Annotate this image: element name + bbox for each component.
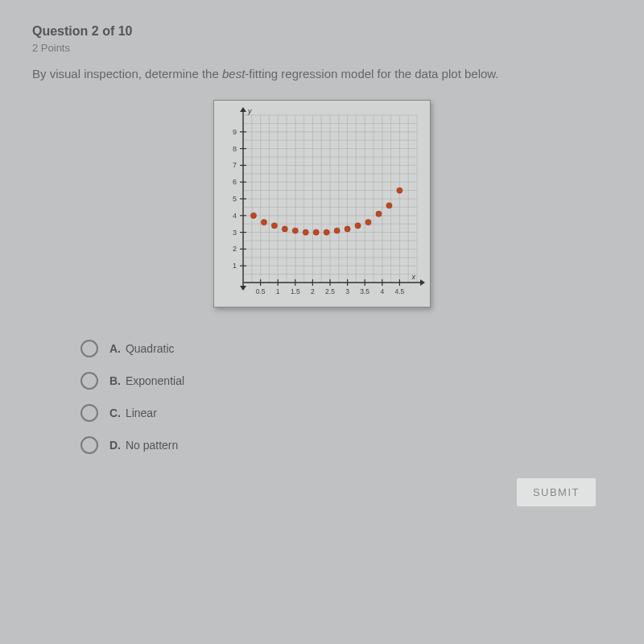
svg-point-93 [324, 229, 329, 235]
option-d[interactable]: D. No pattern [80, 436, 612, 454]
option-label: A. Quadratic [109, 342, 175, 355]
option-letter: A. [109, 342, 121, 355]
option-b[interactable]: B. Exponential [80, 372, 612, 390]
option-letter: C. [109, 407, 121, 419]
svg-text:x: x [411, 273, 416, 281]
question-title: Question 2 of 10 [32, 24, 612, 39]
svg-point-88 [271, 223, 277, 229]
chart-wrap: 1234567890.511.522.533.544.5yx [213, 100, 431, 308]
svg-text:6: 6 [233, 178, 237, 186]
radio-icon[interactable] [80, 436, 98, 454]
svg-text:4.5: 4.5 [394, 287, 404, 295]
option-label: C. Linear [109, 407, 157, 419]
svg-point-98 [376, 211, 382, 217]
radio-icon[interactable] [80, 404, 98, 422]
svg-text:8: 8 [233, 145, 237, 153]
svg-point-95 [345, 226, 350, 232]
svg-point-90 [292, 228, 298, 233]
svg-point-87 [261, 220, 266, 225]
option-text: No pattern [126, 439, 178, 452]
option-text: Linear [126, 407, 157, 419]
svg-point-96 [355, 223, 361, 229]
svg-text:1: 1 [276, 287, 280, 295]
option-label: B. Exponential [109, 374, 184, 387]
svg-text:4: 4 [233, 212, 237, 220]
svg-text:0.5: 0.5 [256, 287, 266, 295]
svg-text:9: 9 [233, 128, 237, 136]
prompt-em: best [222, 67, 245, 80]
svg-text:7: 7 [233, 161, 237, 169]
svg-text:3: 3 [233, 229, 237, 237]
option-a[interactable]: A. Quadratic [80, 340, 612, 357]
prompt-text-after: -fitting regression model for the data p… [245, 67, 498, 80]
radio-icon[interactable] [80, 372, 98, 390]
points-label: 2 Points [32, 42, 612, 54]
svg-text:1: 1 [233, 262, 237, 270]
prompt-text-before: By visual inspection, determine the [32, 67, 222, 80]
svg-text:1.5: 1.5 [291, 287, 300, 295]
option-letter: D. [109, 439, 121, 452]
option-letter: B. [109, 374, 121, 387]
svg-point-89 [282, 226, 287, 232]
svg-point-97 [365, 220, 371, 225]
svg-text:y: y [247, 107, 252, 115]
svg-text:3.5: 3.5 [360, 287, 369, 295]
radio-icon[interactable] [80, 340, 98, 357]
svg-point-91 [303, 229, 308, 235]
svg-text:4: 4 [380, 287, 384, 295]
svg-point-100 [397, 188, 402, 193]
chart-container: 1234567890.511.522.533.544.5yx [32, 100, 612, 308]
svg-text:3: 3 [345, 287, 349, 295]
svg-point-94 [334, 228, 340, 233]
option-label: D. No pattern [109, 439, 178, 452]
submit-row: SUBMIT [32, 478, 612, 506]
svg-point-86 [250, 213, 256, 218]
svg-text:2: 2 [311, 287, 315, 295]
option-c[interactable]: C. Linear [80, 404, 612, 422]
option-text: Exponential [126, 374, 184, 387]
svg-text:2.5: 2.5 [325, 287, 335, 295]
svg-point-92 [313, 229, 319, 235]
options-list: A. Quadratic B. Exponential C. Linear D.… [32, 340, 612, 454]
submit-button[interactable]: SUBMIT [517, 478, 596, 506]
option-text: Quadratic [126, 342, 175, 355]
svg-text:5: 5 [233, 195, 237, 203]
svg-rect-0 [216, 104, 425, 305]
question-prompt: By visual inspection, determine the best… [32, 65, 612, 82]
svg-point-99 [386, 203, 392, 208]
scatter-chart: 1234567890.511.522.533.544.5yx [216, 104, 425, 305]
svg-text:2: 2 [233, 245, 237, 253]
